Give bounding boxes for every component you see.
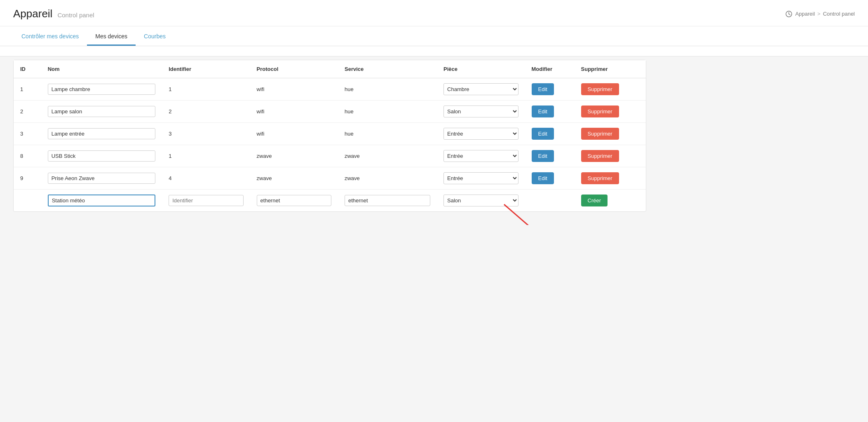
table-row: 3 3 wifi hue Chambre Salon Entrée: [14, 123, 646, 145]
cell-service: hue: [338, 123, 437, 145]
nom-input-3[interactable]: [48, 128, 155, 139]
cell-piece-new: Chambre Salon Entrée: [437, 190, 525, 212]
cell-modifier: Edit: [525, 145, 575, 167]
piece-select-8[interactable]: Chambre Salon Entrée: [443, 150, 518, 162]
supprimer-button-8[interactable]: Supprimer: [581, 150, 619, 162]
cell-id: 3: [14, 123, 41, 145]
tab-courbes[interactable]: Courbes: [136, 26, 174, 46]
tabs: Contrôler mes devices Mes devices Courbe…: [0, 26, 868, 46]
supprimer-button-2[interactable]: Supprimer: [581, 106, 619, 117]
cell-modifier: Edit: [525, 101, 575, 123]
edit-button-3[interactable]: Edit: [532, 128, 554, 140]
cell-nom: [41, 123, 162, 145]
header-left: Appareil Control panel: [13, 7, 94, 20]
cell-service: hue: [338, 78, 437, 101]
cell-nom: [41, 167, 162, 190]
cell-nom: [41, 101, 162, 123]
devices-table-card: ID Nom Identifier Protocol Service Pièce…: [13, 60, 646, 212]
cell-modifier-new: [525, 190, 575, 212]
col-header-piece: Pièce: [437, 60, 525, 78]
cell-identifier-new: [162, 190, 250, 212]
cell-supprimer: Supprimer: [575, 123, 646, 145]
piece-select-1[interactable]: Chambre Salon Entrée: [443, 83, 518, 95]
cell-id-new: [14, 190, 41, 212]
cell-nom: [41, 78, 162, 101]
nom-input-1[interactable]: [48, 84, 155, 95]
cell-supprimer: Supprimer: [575, 167, 646, 190]
col-header-modifier: Modifier: [525, 60, 575, 78]
page-title: Appareil: [13, 7, 52, 20]
cell-identifier: 4: [162, 167, 250, 190]
cell-nom-new: [41, 190, 162, 212]
identifier-input-new[interactable]: [169, 195, 243, 206]
supprimer-button-1[interactable]: Supprimer: [581, 83, 619, 95]
cell-identifier: 1: [162, 78, 250, 101]
piece-select-2[interactable]: Chambre Salon Entrée: [443, 106, 518, 117]
cell-protocol: wifi: [250, 101, 338, 123]
edit-button-1[interactable]: Edit: [532, 83, 554, 95]
service-input-new[interactable]: [345, 195, 430, 206]
col-header-protocol: Protocol: [250, 60, 338, 78]
cell-identifier: 3: [162, 123, 250, 145]
cell-protocol: zwave: [250, 167, 338, 190]
table-row: 1 1 wifi hue Chambre Salon Entrée: [14, 78, 646, 101]
table-header-row: ID Nom Identifier Protocol Service Pièce…: [14, 60, 646, 78]
cell-service-new: [338, 190, 437, 212]
edit-button-9[interactable]: Edit: [532, 172, 554, 184]
col-header-service: Service: [338, 60, 437, 78]
table-row: 2 2 wifi hue Chambre Salon Entrée: [14, 101, 646, 123]
cell-creer: Créer: [575, 190, 646, 212]
cell-supprimer: Supprimer: [575, 78, 646, 101]
table-body: 1 1 wifi hue Chambre Salon Entrée: [14, 78, 646, 212]
cell-protocol: zwave: [250, 145, 338, 167]
nom-input-2[interactable]: [48, 106, 155, 117]
cell-protocol: wifi: [250, 78, 338, 101]
col-header-nom: Nom: [41, 60, 162, 78]
table-row: 9 4 zwave zwave Chambre Salon Entrée: [14, 167, 646, 190]
cell-piece: Chambre Salon Entrée: [437, 101, 525, 123]
piece-select-9[interactable]: Chambre Salon Entrée: [443, 172, 518, 184]
breadcrumb: Appareil > Control panel: [785, 10, 855, 18]
cell-modifier: Edit: [525, 78, 575, 101]
edit-button-8[interactable]: Edit: [532, 150, 554, 162]
cell-piece: Chambre Salon Entrée: [437, 167, 525, 190]
piece-select-3[interactable]: Chambre Salon Entrée: [443, 128, 518, 140]
cell-modifier: Edit: [525, 167, 575, 190]
supprimer-button-3[interactable]: Supprimer: [581, 128, 619, 140]
supprimer-button-9[interactable]: Supprimer: [581, 172, 619, 184]
cell-piece: Chambre Salon Entrée: [437, 123, 525, 145]
cell-id: 2: [14, 101, 41, 123]
nom-input-9[interactable]: [48, 173, 155, 184]
col-header-id: ID: [14, 60, 41, 78]
cell-id: 1: [14, 78, 41, 101]
piece-select-new[interactable]: Chambre Salon Entrée: [443, 195, 518, 206]
cell-nom: [41, 145, 162, 167]
nom-input-8[interactable]: [48, 150, 155, 162]
cell-service: zwave: [338, 167, 437, 190]
breadcrumb-item-appareil: Appareil: [795, 11, 815, 17]
cell-protocol-new: [250, 190, 338, 212]
creer-button[interactable]: Créer: [581, 195, 608, 206]
cell-identifier: 2: [162, 101, 250, 123]
cell-modifier: Edit: [525, 123, 575, 145]
breadcrumb-separator: >: [817, 11, 821, 17]
edit-button-2[interactable]: Edit: [532, 106, 554, 117]
cell-id: 9: [14, 167, 41, 190]
new-device-row: Chambre Salon Entrée Créer: [14, 190, 646, 212]
tab-controler[interactable]: Contrôler mes devices: [13, 26, 87, 46]
main-content: ID Nom Identifier Protocol Service Pièce…: [0, 60, 659, 225]
protocol-input-new[interactable]: [257, 195, 331, 206]
cell-piece: Chambre Salon Entrée: [437, 78, 525, 101]
cell-identifier: 1: [162, 145, 250, 167]
tabs-container: Contrôler mes devices Mes devices Courbe…: [0, 26, 868, 56]
table-header: ID Nom Identifier Protocol Service Pièce…: [14, 60, 646, 78]
tab-mes-devices[interactable]: Mes devices: [87, 26, 136, 46]
col-header-identifier: Identifier: [162, 60, 250, 78]
cell-protocol: wifi: [250, 123, 338, 145]
page-subtitle: Control panel: [57, 12, 94, 19]
cell-supprimer: Supprimer: [575, 145, 646, 167]
devices-table: ID Nom Identifier Protocol Service Pièce…: [14, 60, 646, 211]
appareil-icon: [785, 10, 793, 18]
cell-service: hue: [338, 101, 437, 123]
nom-input-new[interactable]: [48, 195, 155, 206]
